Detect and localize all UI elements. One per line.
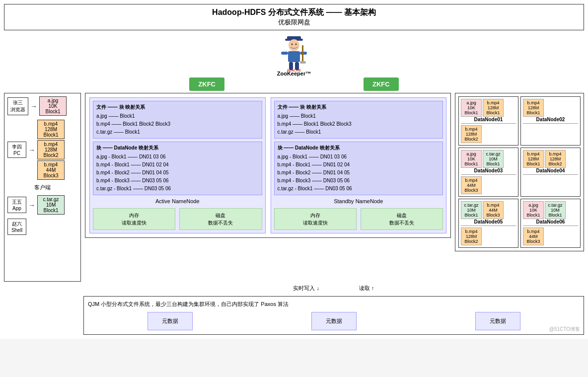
file-ctargz-block1: c.tar.gz10MBlock1 [37,195,65,215]
client-label: 客户端 [7,184,77,191]
standby-namenode: 文件 —— 块 映射关系 a.jpg —— Block1 b.mp4 —— Bl… [271,97,447,233]
active-block-dn-title: 块 —— DataNode 映射关系 [96,144,259,152]
zookeeper-icon: APACHE [274,35,314,73]
dn01-blocks2: b.mp4128MBlock2 [461,125,516,143]
dn05-bmp4-b2: b.mp4128MBlock2 [461,227,482,245]
dn03-ctargz: c.tar.gz10MBlock1 [483,150,504,168]
watermark: @51CTO博客 [549,326,580,333]
arrows-row: 实时写入 ↓ 读取 ↑ [83,285,584,292]
full-layout: APACHE ZooKeeper™ ZKFC ZKFC 张三浏览器 → a. [4,35,584,335]
datanode-04: b.mp4128MBlock1 b.mp4128MBlock2 DataNode… [520,148,581,197]
standby-bd-entry-4: b.mp4 - Block3 —— DN03 05 06 [278,177,440,185]
files-wangwu: c.tar.gz10MBlock1 [37,195,65,215]
active-bd-entry-5: c.tar.gz - Block1 —— DN03 05 06 [96,185,259,193]
active-fb-entry-2: b.mp4 —— Block1 Block2 Block3 [96,120,259,128]
active-namenode-title: Active NameNode [93,198,262,204]
sub-title: 优极限网盘 [9,18,579,27]
svg-rect-8 [302,45,303,63]
standby-bd-entry-2: b.mp4 - Block1 —— DN01 02 04 [278,161,440,169]
read-arrow-label: 读取 ↑ [359,285,374,292]
user-label-lisi: 李四PC [7,142,26,158]
qjm-node-3: 元数据 [475,312,520,330]
active-fb-entry-1: a.jpg —— Block1 [96,112,259,120]
datanode-03: a.jpg10KBlock1 c.tar.gz10MBlock1 DataNod… [458,148,518,197]
zookeeper-figure: APACHE ZooKeeper™ [274,35,314,76]
qjm-panel: QJM 小型分布式文件系统，最少三台构建为集群环境，自己内部实现了 Paxos … [83,296,584,335]
standby-fb-entry-3: c.tar.gz —— Block1 [278,128,440,136]
svg-point-4 [295,44,297,45]
dn05-title: DataNode05 [461,219,516,226]
dn04-title: DataNode04 [523,168,578,175]
dn06-title: DataNode06 [523,219,578,226]
dn06-ajpg: a.jpg10KBlock1 [523,201,544,219]
datanode-06: a.jpg10KBlock1 c.tar.gz10MBlock1 DataNod… [520,199,581,248]
svg-rect-6 [281,52,288,55]
zookeeper-label: ZooKeeper™ [277,71,311,76]
dn06-blocks2: b.mp444MBlock3 [523,227,578,245]
dn05-ctargz: c.tar.gz10MBlock1 [461,201,482,219]
write-arrow-label: 实时写入 ↓ [293,285,319,292]
active-namenode: 文件 —— 块 映射关系 a.jpg —— Block1 b.mp4 —— Bl… [89,97,266,233]
files-lisi: b.mp4128MBlock1 b.mp4128MBlock2 b.mp444M… [37,120,65,180]
dn03-title: DataNode03 [461,168,516,175]
arrow-lisi: → [28,146,35,154]
title-box: Hadoop-HDFS 分布式文件系统 —— 基本架构 优极限网盘 [4,4,584,30]
dn02-title: DataNode02 [523,117,578,124]
file-bmp4-block2: b.mp4128MBlock2 [37,140,65,159]
standby-memory-box: 内存读取速度快 [274,208,357,230]
dn06-ctargz: c.tar.gz10MBlock1 [545,201,566,219]
user-lisi: 李四PC → b.mp4128MBlock1 b.mp4128MBlock2 b… [7,120,77,180]
user-wangwu: 王五App → c.tar.gz10MBlock1 [7,195,77,215]
svg-point-2 [289,39,299,51]
dn01-bmp4-b1a: b.mp4128MBlock1 [483,99,504,117]
dn03-bmp4-b3: b.mp444MBlock3 [461,176,482,194]
standby-file-block-title: 文件 —— 块 映射关系 [278,103,440,111]
files-zhangsan: a.jpg10KBlock1 [39,96,67,116]
svg-point-3 [292,44,293,45]
user-zhaoliu: 赵六Shell [7,219,77,235]
standby-namenode-title: Standby NameNode [274,198,443,204]
arrow-zhangsan: → [30,102,37,110]
file-ajpg-block1: a.jpg10KBlock1 [39,96,67,116]
user-zhangsan: 张三浏览器 → a.jpg10KBlock1 [7,96,77,116]
active-file-block-mapping: 文件 —— 块 映射关系 a.jpg —— Block1 b.mp4 —— Bl… [93,101,262,139]
standby-bd-entry-3: b.mp4 - Block2 —— DN01 04 05 [278,169,440,177]
arrow-wangwu: → [28,201,35,209]
main-container: Hadoop-HDFS 分布式文件系统 —— 基本架构 优极限网盘 [0,0,588,339]
standby-file-block-mapping: 文件 —— 块 映射关系 a.jpg —— Block1 b.mp4 —— Bl… [274,101,443,139]
file-bmp4-block1: b.mp4128MBlock1 [37,120,65,139]
standby-fb-entry-2: b.mp4 —— Block1 Block2 Block3 [278,120,440,128]
standby-block-dn-title: 块 —— DataNode 映射关系 [278,144,440,152]
standby-fb-entry-1: a.jpg —— Block1 [278,112,440,120]
datanode-grid: a.jpg10KBlock1 b.mp4128MBlock1 DataNode0… [458,96,581,248]
dn01-blocks: a.jpg10KBlock1 b.mp4128MBlock1 [461,99,516,117]
main-row: 张三浏览器 → a.jpg10KBlock1 李四PC → b.mp4128MB… [4,93,584,282]
dn06-blocks: a.jpg10KBlock1 c.tar.gz10MBlock1 [523,201,578,219]
svg-rect-5 [288,51,300,62]
dn01-title: DataNode01 [461,117,516,124]
qjm-node-2: 元数据 [311,312,357,330]
standby-bd-entry-5: c.tar.gz - Block1 —— DN03 05 06 [278,185,440,193]
active-block-datanode-mapping: 块 —— DataNode 映射关系 a.jpg - Block1 —— DN0… [93,142,262,195]
active-storage-row: 内存读取速度快 磁盘数据不丢失 [93,208,262,230]
active-memory-box: 内存读取速度快 [93,208,175,230]
dn03-blocks2: b.mp444MBlock3 [461,176,516,194]
active-disk-box: 磁盘数据不丢失 [179,208,262,230]
active-bd-entry-1: a.jpg - Block1 —— DN01 03 06 [96,153,259,161]
standby-storage-row: 内存读取速度快 磁盘数据不丢失 [274,208,443,230]
dn02-bmp4-b1: b.mp4128MBlock1 [523,99,544,117]
datanode-05: c.tar.gz10MBlock1 b.mp444MBlock3 DataNod… [458,199,518,248]
active-bd-entry-2: b.mp4 - Block1 —— DN01 02 04 [96,161,259,169]
client-panel: 张三浏览器 → a.jpg10KBlock1 李四PC → b.mp4128MB… [4,93,81,282]
svg-rect-9 [300,61,306,64]
datanode-panel: a.jpg10KBlock1 b.mp4128MBlock1 DataNode0… [455,93,584,251]
file-bmp4-block3: b.mp444MBlock3 [37,160,65,180]
dn01-ajpg: a.jpg10KBlock1 [461,99,482,117]
namenode-area: 文件 —— 块 映射关系 a.jpg —— Block1 b.mp4 —— Bl… [85,93,451,238]
active-fb-entry-3: c.tar.gz —— Block1 [96,128,259,136]
dn05-blocks: c.tar.gz10MBlock1 b.mp444MBlock3 [461,201,516,219]
dn03-ajpg: a.jpg10KBlock1 [461,150,482,168]
zkfc-left: ZKFC [189,77,224,91]
namenode-inner: 文件 —— 块 映射关系 a.jpg —— Block1 b.mp4 —— Bl… [89,97,446,233]
dn04-bmp4-b2: b.mp4128MBlock2 [545,150,566,168]
